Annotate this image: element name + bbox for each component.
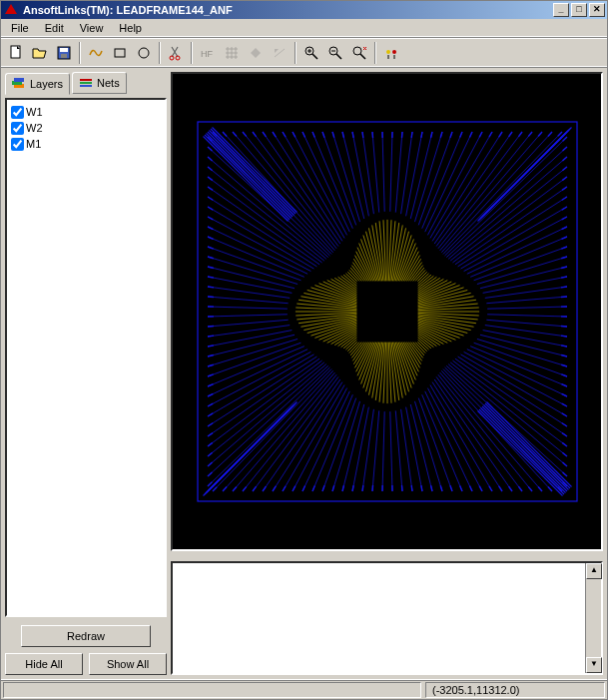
tab-strip: Layers Nets xyxy=(5,72,167,94)
grid-button xyxy=(221,42,243,64)
scroll-down-icon[interactable]: ▼ xyxy=(586,657,602,673)
svg-line-375 xyxy=(440,132,442,138)
redraw-button[interactable]: Redraw xyxy=(21,625,151,647)
svg-line-67 xyxy=(437,132,531,249)
scroll-up-icon[interactable]: ▲ xyxy=(586,563,602,579)
svg-line-374 xyxy=(430,132,431,138)
rect-tool[interactable] xyxy=(109,42,131,64)
maximize-button[interactable]: □ xyxy=(571,3,587,17)
svg-line-185 xyxy=(212,128,297,213)
svg-line-494 xyxy=(208,147,212,151)
svg-line-422 xyxy=(562,472,566,476)
layer-row[interactable]: M1 xyxy=(11,136,161,152)
svg-line-353 xyxy=(223,132,227,136)
minimize-button[interactable]: _ xyxy=(553,3,569,17)
design-viewport[interactable] xyxy=(171,72,603,551)
scrollbar[interactable]: ▲ ▼ xyxy=(585,563,601,673)
layer-list[interactable]: W1 W2 M1 xyxy=(5,98,167,617)
svg-line-168 xyxy=(208,237,304,277)
svg-line-330 xyxy=(410,266,423,282)
cut-button[interactable] xyxy=(165,42,187,64)
svg-line-398 xyxy=(561,237,567,239)
svg-line-54 xyxy=(395,132,402,213)
svg-line-125 xyxy=(382,411,384,491)
svg-line-166 xyxy=(208,257,298,285)
svg-line-489 xyxy=(208,197,213,200)
svg-line-413 xyxy=(561,384,567,386)
svg-line-380 xyxy=(488,132,491,137)
svg-line-363 xyxy=(322,132,324,138)
svg-line-180 xyxy=(205,135,290,220)
svg-line-399 xyxy=(561,247,567,249)
svg-line-61 xyxy=(424,132,471,232)
layer-row[interactable]: W2 xyxy=(11,120,161,136)
menu-file[interactable]: File xyxy=(3,20,37,36)
tab-nets[interactable]: Nets xyxy=(72,72,127,94)
svg-line-431 xyxy=(488,486,491,491)
svg-line-434 xyxy=(459,485,461,491)
zoom-fit-button[interactable] xyxy=(348,42,370,64)
svg-line-119 xyxy=(414,401,442,491)
svg-line-116 xyxy=(424,391,471,491)
svg-line-402 xyxy=(561,277,567,278)
layer-checkbox[interactable] xyxy=(11,138,24,151)
svg-line-21 xyxy=(360,54,365,59)
svg-line-493 xyxy=(208,157,213,161)
svg-line-127 xyxy=(362,409,373,491)
svg-line-78 xyxy=(460,207,566,269)
svg-line-224 xyxy=(417,339,429,350)
inspect-button[interactable] xyxy=(380,42,402,64)
svg-line-126 xyxy=(372,410,379,491)
svg-line-437 xyxy=(430,485,431,491)
svg-line-463 xyxy=(208,452,213,456)
open-button[interactable] xyxy=(29,42,51,64)
wave-line-tool[interactable] xyxy=(85,42,107,64)
svg-line-438 xyxy=(420,485,421,491)
layer-checkbox[interactable] xyxy=(11,122,24,135)
svg-line-233 xyxy=(400,342,416,375)
hide-all-button[interactable]: Hide All xyxy=(5,653,83,675)
menu-help[interactable]: Help xyxy=(111,20,150,36)
save-button[interactable] xyxy=(53,42,75,64)
svg-line-480 xyxy=(208,287,214,288)
svg-line-448 xyxy=(322,485,324,491)
zoom-out-button[interactable] xyxy=(324,42,346,64)
tab-layers[interactable]: Layers xyxy=(5,73,70,95)
svg-line-491 xyxy=(208,177,213,181)
svg-line-123 xyxy=(395,410,402,491)
svg-point-20 xyxy=(353,47,361,55)
toolbar: HF xyxy=(1,38,607,68)
log-panel[interactable]: ▲ ▼ xyxy=(171,561,603,675)
layer-row[interactable]: W1 xyxy=(11,104,161,120)
svg-line-415 xyxy=(561,403,566,406)
svg-line-130 xyxy=(332,401,360,491)
svg-line-453 xyxy=(273,486,276,491)
svg-line-430 xyxy=(498,486,501,491)
circle-tool[interactable] xyxy=(133,42,155,64)
svg-marker-11 xyxy=(251,48,261,58)
svg-line-450 xyxy=(303,486,305,491)
svg-line-82 xyxy=(473,247,566,281)
svg-line-454 xyxy=(263,486,266,491)
status-message xyxy=(3,682,421,698)
svg-line-458 xyxy=(223,487,227,491)
svg-line-300 xyxy=(351,266,364,282)
menu-view[interactable]: View xyxy=(72,20,112,36)
svg-line-488 xyxy=(208,207,213,210)
svg-line-469 xyxy=(208,393,213,396)
layer-name: W1 xyxy=(26,106,43,118)
svg-point-25 xyxy=(392,50,396,54)
menu-edit[interactable]: Edit xyxy=(37,20,72,36)
svg-line-139 xyxy=(243,374,336,491)
layer-checkbox[interactable] xyxy=(11,106,24,119)
svg-line-409 xyxy=(561,346,567,347)
new-button[interactable] xyxy=(5,42,27,64)
close-button[interactable]: ✕ xyxy=(589,3,605,17)
svg-line-200 xyxy=(477,411,562,496)
svg-line-199 xyxy=(486,128,571,213)
zoom-in-button[interactable] xyxy=(301,42,322,64)
svg-line-134 xyxy=(293,388,347,491)
visibility-buttons: Hide All Show All xyxy=(5,653,167,675)
title-bar[interactable]: AnsoftLinks(TM): LEADFRAME144_ANF _ □ ✕ xyxy=(1,1,607,19)
show-all-button[interactable]: Show All xyxy=(89,653,167,675)
